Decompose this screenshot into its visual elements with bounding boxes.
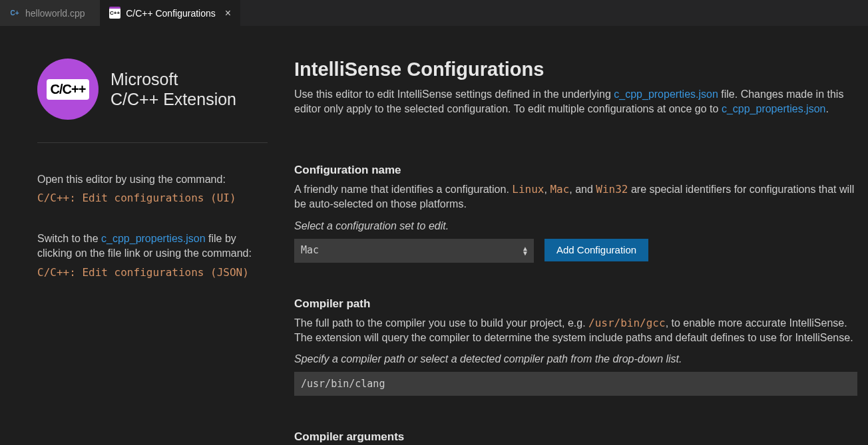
section-description: The full path to the compiler you use to…: [294, 316, 857, 346]
tab-bar: C+ helloworld.cpp C++ C/C++ Configuratio…: [0, 0, 868, 27]
open-command-intro: Open this editor by using the command:: [37, 172, 268, 187]
select-value: Mac: [294, 239, 534, 261]
configuration-select[interactable]: Mac ▲▼: [294, 239, 534, 263]
code-gcc-path: /usr/bin/gcc: [588, 317, 666, 329]
sidebar-header: C/C++ Microsoft C/C++ Extension: [37, 59, 268, 143]
title-line2: C/C++ Extension: [110, 90, 236, 108]
section-configuration-name: Configuration name A friendly name that …: [294, 164, 857, 263]
switch-command-block: Switch to the c_cpp_properties.json file…: [37, 231, 268, 280]
tab-label: C/C++ Configurations: [126, 8, 216, 19]
section-compiler-arguments: Compiler arguments Compiler arguments to…: [294, 430, 857, 445]
select-chevrons-icon: ▲▼: [522, 246, 529, 255]
code-mac: Mac: [550, 183, 569, 196]
section-hint: Specify a compiler path or select a dete…: [294, 353, 857, 365]
extension-logo: C/C++: [37, 59, 99, 120]
sidebar: C/C++ Microsoft C/C++ Extension Open thi…: [0, 27, 286, 445]
title-line1: Microsoft: [110, 70, 178, 88]
add-configuration-button[interactable]: Add Configuration: [544, 239, 648, 261]
open-command-block: Open this editor by using the command: C…: [37, 172, 268, 206]
section-description: A friendly name that identifies a config…: [294, 182, 857, 212]
section-hint: Select a configuration set to edit.: [294, 220, 857, 232]
properties-json-link[interactable]: c_cpp_properties.json: [722, 103, 826, 114]
code-linux: Linux: [512, 183, 544, 196]
compiler-path-input[interactable]: [294, 372, 857, 396]
page-intro: Use this editor to edit IntelliSense set…: [294, 87, 857, 117]
page-title: IntelliSense Configurations: [294, 59, 857, 80]
extension-title: Microsoft C/C++ Extension: [110, 69, 236, 109]
tab-label: helloworld.cpp: [25, 8, 91, 19]
logo-text: C/C++: [47, 79, 90, 100]
switch-command-code: C/C++: Edit configurations (JSON): [37, 266, 249, 279]
properties-json-link[interactable]: c_cpp_properties.json: [614, 88, 718, 100]
editor-content: C/C++ Microsoft C/C++ Extension Open thi…: [0, 27, 868, 445]
open-command-code: C/C++: Edit configurations (UI): [37, 192, 236, 204]
ccpp-extension-icon: C++: [109, 8, 120, 19]
cpp-file-icon: C+: [9, 8, 20, 19]
main-panel: IntelliSense Configurations Use this edi…: [286, 27, 868, 445]
switch-intro: Switch to the c_cpp_properties.json file…: [37, 231, 268, 261]
code-win32: Win32: [596, 183, 628, 196]
section-heading: Compiler path: [294, 297, 857, 311]
config-name-row: Mac ▲▼ Add Configuration: [294, 239, 857, 263]
properties-json-link[interactable]: c_cpp_properties.json: [101, 233, 206, 244]
tab-ccpp-configurations[interactable]: C++ C/C++ Configurations ×: [100, 0, 240, 26]
close-icon[interactable]: ×: [225, 7, 231, 19]
section-heading: Compiler arguments: [294, 430, 857, 444]
section-compiler-path: Compiler path The full path to the compi…: [294, 297, 857, 396]
section-heading: Configuration name: [294, 164, 857, 177]
tab-helloworld[interactable]: C+ helloworld.cpp: [0, 0, 100, 26]
